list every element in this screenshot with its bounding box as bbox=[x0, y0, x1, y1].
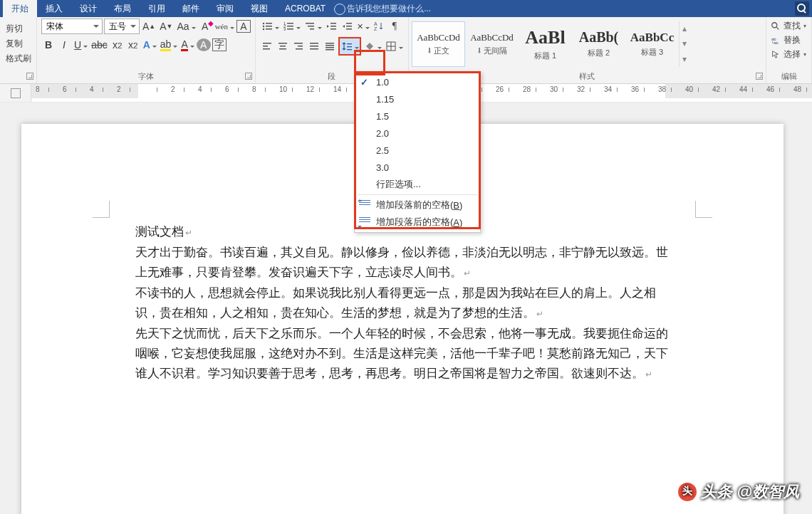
char-border-button[interactable]: A bbox=[236, 20, 251, 33]
svg-text:3: 3 bbox=[283, 27, 286, 31]
line-spacing-2.5[interactable]: 2.5 bbox=[355, 142, 480, 159]
style-标题 3[interactable]: AaBbCc标题 3 bbox=[625, 21, 679, 67]
svg-rect-11 bbox=[287, 28, 293, 30]
add-space-before[interactable]: 增加段落前的空格(B) bbox=[355, 196, 480, 214]
svg-rect-39 bbox=[326, 47, 334, 48]
editing-group-label: 编辑 bbox=[781, 72, 797, 80]
svg-rect-12 bbox=[306, 23, 314, 24]
clear-format-button[interactable]: A◆ bbox=[198, 19, 212, 34]
sort-button[interactable]: AZ bbox=[372, 19, 386, 34]
paragraph[interactable]: 先天下之忧而忧，后天下之乐而乐。一个人年轻的时候，不会思索，他将一事无成。我要扼… bbox=[135, 324, 670, 384]
font-dialog-launcher[interactable] bbox=[245, 73, 252, 80]
borders-button[interactable] bbox=[384, 38, 404, 54]
svg-marker-15 bbox=[327, 25, 329, 28]
superscript-button[interactable]: x2 bbox=[126, 37, 140, 53]
show-marks-button[interactable]: ¶ bbox=[387, 19, 402, 34]
char-shading-button[interactable]: A bbox=[197, 38, 211, 51]
align-left-button[interactable] bbox=[260, 38, 274, 54]
paragraph[interactable]: 天才出于勤奋。书读百遍，其义自见。静以修身，俭以养德，非淡泊无以明志，非宁静无以… bbox=[135, 243, 670, 283]
shrink-font-button[interactable]: A▼ bbox=[158, 19, 174, 34]
distributed-button[interactable] bbox=[323, 38, 337, 54]
paragraph[interactable]: 不读书的人，思想就会停止。如果说我比别人看得更远一点，那是因为我站在巨人的肩上。… bbox=[135, 283, 670, 324]
tab-insert[interactable]: 插入 bbox=[37, 0, 71, 17]
tell-me[interactable]: 告诉我您想要做什么... bbox=[334, 0, 439, 17]
grow-font-button[interactable]: A▲ bbox=[141, 19, 157, 34]
font-color-button[interactable]: A bbox=[179, 37, 194, 53]
shading-button[interactable] bbox=[363, 38, 382, 54]
subscript-button[interactable]: x2 bbox=[110, 37, 125, 53]
align-center-button[interactable] bbox=[276, 38, 290, 54]
enclose-char-button[interactable]: 字 bbox=[212, 38, 227, 51]
svg-point-51 bbox=[772, 22, 777, 27]
line-spacing-1.0[interactable]: 1.0 bbox=[355, 73, 480, 90]
tab-acrobat[interactable]: ACROBAT bbox=[276, 0, 334, 17]
styles-dialog-launcher[interactable] bbox=[756, 73, 763, 80]
highlight-button[interactable]: ab bbox=[159, 37, 179, 53]
tab-review[interactable]: 审阅 bbox=[208, 0, 242, 17]
underline-button[interactable]: U bbox=[73, 37, 88, 53]
style-标题 1[interactable]: AaBl标题 1 bbox=[519, 21, 572, 67]
bullets-button[interactable] bbox=[260, 19, 280, 34]
svg-rect-28 bbox=[279, 43, 287, 44]
search-icon[interactable] bbox=[795, 1, 809, 16]
line-spacing-menu: 1.0 1.15 1.5 2.0 2.5 3.0 行距选项... 增加段落前的空… bbox=[354, 71, 481, 233]
style-标题 2[interactable]: AaBb(标题 2 bbox=[572, 21, 625, 67]
tab-layout[interactable]: 布局 bbox=[105, 0, 140, 17]
phonetic-guide-button[interactable]: wén bbox=[214, 19, 235, 34]
clipboard-dialog-launcher[interactable] bbox=[26, 73, 33, 80]
svg-rect-18 bbox=[330, 28, 336, 30]
group-editing: 查找▾ abac替换 选择▾ 编辑 bbox=[766, 17, 812, 83]
justify-button[interactable] bbox=[307, 38, 321, 54]
bold-button[interactable]: B bbox=[41, 37, 56, 53]
tab-references[interactable]: 引用 bbox=[140, 0, 174, 17]
tab-home[interactable]: 开始 bbox=[3, 0, 37, 17]
tab-design[interactable]: 设计 bbox=[71, 0, 105, 17]
watermark-logo-icon bbox=[678, 483, 697, 501]
watermark: 头条 @数智风 bbox=[678, 481, 799, 503]
svg-rect-13 bbox=[308, 26, 314, 27]
svg-rect-21 bbox=[346, 26, 352, 27]
svg-rect-31 bbox=[294, 43, 303, 44]
add-space-after[interactable]: 增加段落后的空格(A) bbox=[355, 214, 480, 231]
line-spacing-1.5[interactable]: 1.5 bbox=[355, 107, 480, 125]
line-spacing-3.0[interactable]: 3.0 bbox=[355, 159, 480, 176]
styles-gallery-more[interactable]: ▴▾▾ bbox=[679, 21, 690, 67]
svg-rect-27 bbox=[263, 48, 270, 50]
asian-layout-button[interactable]: ✕ bbox=[355, 19, 370, 34]
change-case-button[interactable]: Aa bbox=[176, 19, 197, 34]
line-spacing-2.0[interactable]: 2.0 bbox=[355, 125, 480, 142]
tab-selector[interactable] bbox=[0, 84, 31, 102]
svg-rect-5 bbox=[266, 28, 272, 30]
tab-view[interactable]: 视图 bbox=[242, 0, 276, 17]
align-right-button[interactable] bbox=[291, 38, 306, 54]
line-spacing-1.15[interactable]: 1.15 bbox=[355, 90, 480, 107]
cut-button[interactable]: 剪切 bbox=[6, 23, 23, 35]
line-spacing-button[interactable] bbox=[338, 37, 361, 56]
decrease-indent-button[interactable] bbox=[324, 19, 338, 34]
style-正文[interactable]: AaBbCcDd正文 bbox=[412, 21, 465, 67]
copy-button[interactable]: 复制 bbox=[6, 38, 23, 50]
text-effects-button[interactable]: A bbox=[142, 37, 157, 53]
numbering-button[interactable]: 123 bbox=[281, 19, 301, 34]
svg-point-2 bbox=[263, 26, 264, 27]
tab-mailings[interactable]: 邮件 bbox=[174, 0, 208, 17]
find-button[interactable]: 查找▾ bbox=[771, 20, 806, 32]
font-size-combo[interactable]: 五号 bbox=[104, 19, 140, 34]
multilevel-list-button[interactable] bbox=[303, 19, 323, 34]
svg-rect-43 bbox=[347, 49, 352, 50]
svg-rect-25 bbox=[263, 43, 271, 44]
svg-rect-36 bbox=[310, 48, 318, 50]
line-spacing-options[interactable]: 行距选项... bbox=[355, 176, 480, 193]
font-family-combo[interactable]: 宋体 bbox=[41, 19, 103, 34]
style-无间隔[interactable]: AaBbCcDd无间隔 bbox=[465, 21, 519, 67]
document-body[interactable]: 测试文档 天才出于勤奋。书读百遍，其义自见。静以修身，俭以养德，非淡泊无以明志，… bbox=[135, 222, 670, 384]
select-button[interactable]: 选择▾ bbox=[771, 48, 806, 61]
space-after-icon bbox=[359, 217, 370, 227]
margin-corner-icon bbox=[695, 201, 712, 218]
format-painter-button[interactable]: 格式刷 bbox=[6, 53, 31, 65]
increase-indent-button[interactable] bbox=[340, 19, 354, 34]
italic-button[interactable]: I bbox=[57, 37, 71, 53]
group-clipboard: 剪切 复制 格式刷 bbox=[0, 17, 37, 83]
replace-button[interactable]: abac替换 bbox=[771, 34, 801, 46]
strikethrough-button[interactable]: abc bbox=[90, 37, 109, 53]
